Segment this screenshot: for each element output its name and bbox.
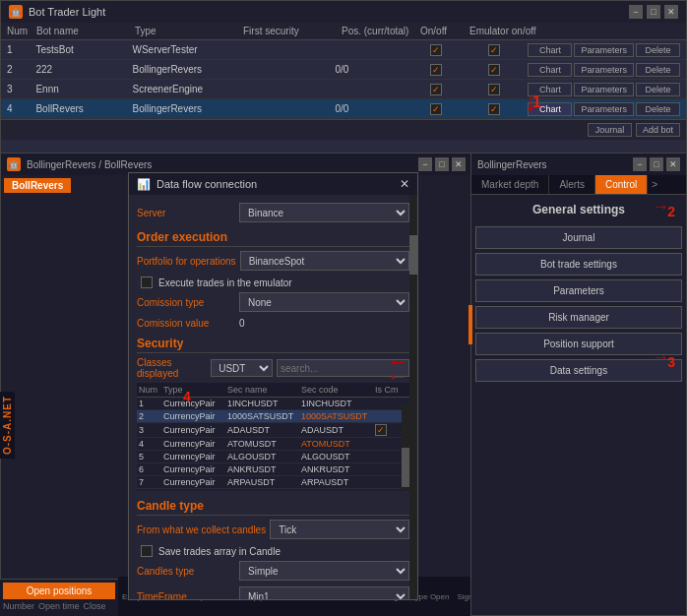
table-row[interactable]: 4 BollRevers BollingerRevers 0/0 Chart P… bbox=[1, 99, 686, 119]
list-item[interactable]: 5 CurrencyPair ALGOUSDT ALGOUSDT bbox=[137, 451, 409, 463]
candles-type-select[interactable]: Simple bbox=[239, 561, 409, 581]
row2-onoff[interactable] bbox=[412, 64, 461, 76]
classes-label: Classes displayed bbox=[137, 357, 207, 379]
row1-emulator-cb[interactable] bbox=[488, 44, 500, 56]
server-select[interactable]: Binance bbox=[239, 203, 409, 222]
list-item[interactable]: 7 CurrencyPair ARPAUSDT ARPAUSDT bbox=[137, 476, 409, 489]
commission-type-select[interactable]: None bbox=[239, 292, 409, 312]
bollinger-app-icon: 🤖 bbox=[7, 157, 21, 171]
bollinger-maximize[interactable]: □ bbox=[435, 157, 449, 171]
annotation-4: 4 bbox=[183, 389, 191, 404]
list-item[interactable]: 8 CurrencyPair ARDLUSDT ARDLUSDT bbox=[137, 489, 409, 491]
bot-trader-window: 🤖 Bot Trader Light − □ ✕ Num Bot name Ty… bbox=[0, 0, 687, 157]
commission-type-label: Comission type bbox=[137, 297, 235, 308]
row2-onoff-cb[interactable] bbox=[430, 64, 442, 76]
iscm-cb[interactable] bbox=[375, 424, 387, 436]
row3-emulator[interactable] bbox=[461, 84, 529, 95]
row1-chart-button[interactable]: Chart bbox=[528, 43, 572, 57]
row3-actions: Chart Parameters Delete bbox=[528, 83, 680, 96]
row2-delete-button[interactable]: Delete bbox=[636, 63, 680, 77]
annotation-3: 3 bbox=[667, 354, 675, 370]
save-trades-cb[interactable] bbox=[141, 545, 153, 557]
right-maximize[interactable]: □ bbox=[650, 157, 663, 171]
list-item[interactable]: 3 CurrencyPair ADAUSDT ADAUSDT bbox=[137, 423, 409, 438]
row4-type: BollingerRevers bbox=[132, 103, 238, 114]
table-row[interactable]: 2 222 BollingerRevers 0/0 Chart Paramete… bbox=[1, 60, 686, 80]
bollinger-title-text: BollingerRevers / BollRevers bbox=[27, 159, 152, 170]
bot-trader-title-bar: 🤖 Bot Trader Light − □ ✕ bbox=[1, 1, 686, 23]
risk-manager-button[interactable]: Risk manager bbox=[475, 306, 682, 329]
row3-emulator-cb[interactable] bbox=[488, 84, 500, 95]
row4-onoff[interactable] bbox=[412, 103, 461, 115]
dialog-close-button[interactable]: ✕ bbox=[400, 177, 409, 191]
row1-parameters-button[interactable]: Parameters bbox=[574, 43, 634, 57]
row2-chart-button[interactable]: Chart bbox=[528, 63, 572, 77]
sec-table-body: 1 CurrencyPair 1INCHUSDT 1INCHUSDT 2 Cur… bbox=[137, 398, 409, 491]
journal-panel-button[interactable]: Journal bbox=[475, 226, 682, 249]
row3-onoff-cb[interactable] bbox=[430, 84, 442, 95]
portfolio-select[interactable]: BinanceSpot bbox=[240, 251, 409, 271]
row4-parameters-button[interactable]: Parameters bbox=[574, 102, 634, 116]
add-bot-button[interactable]: Add bot bbox=[636, 123, 680, 137]
security-scrollbar-thumb[interactable] bbox=[402, 448, 409, 487]
row3-delete-button[interactable]: Delete bbox=[636, 83, 680, 96]
row2-parameters-button[interactable]: Parameters bbox=[574, 63, 634, 77]
list-item[interactable]: 6 CurrencyPair ANKRUSDT ANKRUSDT bbox=[137, 463, 409, 476]
dialog-title-bar: 📊 Data flow connection ✕ bbox=[129, 173, 417, 195]
list-item[interactable]: 4 CurrencyPair ATOMUSDT ATOMUSDT bbox=[137, 438, 409, 451]
classes-select[interactable]: USDT bbox=[211, 359, 273, 377]
tab-alerts[interactable]: Alerts bbox=[549, 175, 595, 194]
close-button[interactable]: ✕ bbox=[664, 5, 678, 19]
maximize-button[interactable]: □ bbox=[647, 5, 660, 19]
tab-more[interactable]: > bbox=[648, 175, 661, 194]
app-title: Bot Trader Light bbox=[29, 6, 105, 18]
dialog-main-scrollbar-thumb[interactable] bbox=[409, 235, 417, 275]
row4-emulator-cb[interactable] bbox=[488, 103, 500, 115]
bollinger-close[interactable]: ✕ bbox=[452, 157, 466, 171]
right-close[interactable]: ✕ bbox=[666, 157, 680, 171]
minimize-button[interactable]: − bbox=[629, 5, 643, 19]
from-what-select[interactable]: Tick bbox=[270, 520, 409, 539]
tab-control[interactable]: Control bbox=[595, 175, 648, 194]
execute-emulator-cb[interactable] bbox=[141, 277, 153, 288]
row2-emulator[interactable] bbox=[461, 64, 529, 76]
row3-onoff[interactable] bbox=[412, 84, 461, 95]
parameters-panel-button[interactable]: Parameters bbox=[475, 279, 682, 302]
journal-button[interactable]: Journal bbox=[588, 123, 632, 137]
security-scrollbar[interactable] bbox=[402, 404, 409, 491]
dialog-main-scrollbar[interactable] bbox=[409, 195, 417, 599]
open-positions-button[interactable]: Open positions bbox=[3, 583, 115, 599]
row4-emulator[interactable] bbox=[461, 103, 529, 115]
row3-num: 3 bbox=[7, 84, 35, 94]
bollinger-minimize[interactable]: − bbox=[418, 157, 432, 171]
col-actions-header bbox=[538, 26, 680, 36]
portfolio-label: Portfolio for operations bbox=[137, 256, 236, 267]
row2-type: BollingerRevers bbox=[132, 64, 238, 75]
row1-delete-button[interactable]: Delete bbox=[636, 43, 680, 57]
row3-type: ScreenerEngine bbox=[132, 84, 238, 94]
sec-col-code: Sec code bbox=[301, 385, 375, 395]
list-item[interactable]: 2 CurrencyPair 1000SATSUSDT 1000SATSUSDT bbox=[137, 410, 409, 423]
row4-delete-button[interactable]: Delete bbox=[636, 102, 680, 116]
list-item[interactable]: 1 CurrencyPair 1INCHUSDT 1INCHUSDT bbox=[137, 398, 409, 410]
pos-cols: Number Open time Close bbox=[3, 599, 115, 613]
row2-actions: Chart Parameters Delete bbox=[528, 63, 680, 77]
row3-parameters-button[interactable]: Parameters bbox=[574, 83, 634, 96]
commission-type-row: Comission type None bbox=[137, 292, 409, 312]
row1-onoff[interactable] bbox=[412, 44, 461, 56]
table-row[interactable]: 3 Ennn ScreenerEngine Chart Parameters D… bbox=[1, 80, 686, 99]
sec-col-name: Sec name bbox=[227, 385, 301, 395]
annotation-2: 2 bbox=[667, 204, 675, 219]
from-what-row: From what we collect candles Tick bbox=[137, 520, 409, 539]
row1-emulator[interactable] bbox=[461, 44, 529, 56]
row4-onoff-cb[interactable] bbox=[430, 103, 442, 115]
table-row[interactable]: 1 TestsBot WServerTester Chart Parameter… bbox=[1, 40, 686, 60]
dialog-title-icon: 📊 bbox=[137, 178, 151, 191]
row1-onoff-cb[interactable] bbox=[430, 44, 442, 56]
bot-trade-settings-button[interactable]: Bot trade settings bbox=[475, 253, 682, 276]
timeframe-select[interactable]: Min1 bbox=[239, 586, 409, 599]
right-minimize[interactable]: − bbox=[633, 157, 647, 171]
tab-market-depth[interactable]: Market depth bbox=[471, 175, 549, 194]
row2-emulator-cb[interactable] bbox=[488, 64, 500, 76]
server-label: Server bbox=[137, 208, 235, 218]
